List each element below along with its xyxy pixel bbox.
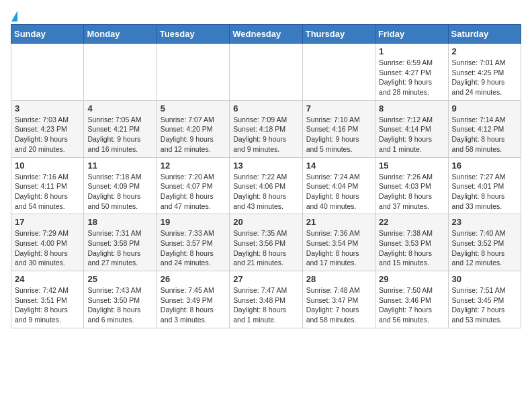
week-row-4: 17Sunrise: 7:29 AMSunset: 4:00 PMDayligh…	[11, 214, 521, 271]
calendar-cell: 10Sunrise: 7:16 AMSunset: 4:11 PMDayligh…	[11, 157, 84, 214]
calendar-cell: 9Sunrise: 7:14 AMSunset: 4:12 PMDaylight…	[448, 100, 521, 157]
week-row-3: 10Sunrise: 7:16 AMSunset: 4:11 PMDayligh…	[11, 157, 521, 214]
day-number: 14	[306, 161, 371, 171]
day-number: 9	[452, 103, 517, 113]
calendar-cell: 17Sunrise: 7:29 AMSunset: 4:00 PMDayligh…	[11, 214, 84, 271]
day-info: Sunrise: 7:12 AMSunset: 4:14 PMDaylight:…	[379, 115, 444, 154]
day-info: Sunrise: 7:16 AMSunset: 4:11 PMDaylight:…	[15, 172, 80, 212]
day-number: 18	[87, 217, 152, 227]
day-info: Sunrise: 7:22 AMSunset: 4:06 PMDaylight:…	[233, 172, 298, 212]
calendar-cell: 5Sunrise: 7:07 AMSunset: 4:20 PMDaylight…	[157, 100, 229, 157]
day-info: Sunrise: 7:40 AMSunset: 3:52 PMDaylight:…	[452, 228, 517, 268]
day-info: Sunrise: 7:45 AMSunset: 3:49 PMDaylight:…	[161, 285, 226, 325]
day-info: Sunrise: 7:20 AMSunset: 4:07 PMDaylight:…	[161, 172, 226, 212]
calendar-cell	[11, 44, 84, 101]
calendar-cell: 22Sunrise: 7:38 AMSunset: 3:53 PMDayligh…	[375, 214, 448, 271]
calendar-cell: 15Sunrise: 7:26 AMSunset: 4:03 PMDayligh…	[375, 157, 448, 214]
day-number: 2	[452, 46, 517, 56]
weekday-header-tuesday: Tuesday	[157, 25, 229, 44]
day-info: Sunrise: 7:05 AMSunset: 4:21 PMDaylight:…	[87, 115, 152, 154]
day-number: 5	[161, 103, 226, 113]
header	[11, 11, 521, 19]
week-row-2: 3Sunrise: 7:03 AMSunset: 4:23 PMDaylight…	[11, 100, 521, 157]
calendar-cell: 8Sunrise: 7:12 AMSunset: 4:14 PMDaylight…	[375, 100, 448, 157]
calendar-cell: 6Sunrise: 7:09 AMSunset: 4:18 PMDaylight…	[230, 100, 302, 157]
weekday-header-sunday: Sunday	[11, 25, 84, 44]
day-number: 22	[379, 217, 444, 227]
day-number: 3	[15, 103, 80, 113]
day-info: Sunrise: 6:59 AMSunset: 4:27 PMDaylight:…	[379, 58, 444, 97]
day-number: 15	[379, 161, 444, 171]
day-number: 21	[306, 217, 371, 227]
day-info: Sunrise: 7:01 AMSunset: 4:25 PMDaylight:…	[452, 58, 517, 97]
week-row-5: 24Sunrise: 7:42 AMSunset: 3:51 PMDayligh…	[11, 271, 521, 328]
day-number: 7	[306, 103, 371, 113]
day-info: Sunrise: 7:07 AMSunset: 4:20 PMDaylight:…	[161, 115, 226, 154]
calendar-cell: 1Sunrise: 6:59 AMSunset: 4:27 PMDaylight…	[375, 44, 448, 101]
week-row-1: 1Sunrise: 6:59 AMSunset: 4:27 PMDaylight…	[11, 44, 521, 101]
calendar-cell: 14Sunrise: 7:24 AMSunset: 4:04 PMDayligh…	[302, 157, 375, 214]
calendar-cell: 29Sunrise: 7:50 AMSunset: 3:46 PMDayligh…	[375, 271, 448, 328]
calendar-cell	[302, 44, 375, 101]
day-info: Sunrise: 7:27 AMSunset: 4:01 PMDaylight:…	[452, 172, 517, 212]
calendar-cell: 3Sunrise: 7:03 AMSunset: 4:23 PMDaylight…	[11, 100, 84, 157]
day-number: 16	[452, 161, 517, 171]
calendar-cell: 2Sunrise: 7:01 AMSunset: 4:25 PMDaylight…	[448, 44, 521, 101]
day-info: Sunrise: 7:36 AMSunset: 3:54 PMDaylight:…	[306, 228, 371, 268]
weekday-header-row: SundayMondayTuesdayWednesdayThursdayFrid…	[11, 25, 521, 44]
calendar-cell: 12Sunrise: 7:20 AMSunset: 4:07 PMDayligh…	[157, 157, 229, 214]
day-number: 17	[15, 217, 80, 227]
calendar-cell: 21Sunrise: 7:36 AMSunset: 3:54 PMDayligh…	[302, 214, 375, 271]
day-number: 26	[161, 274, 226, 284]
day-number: 25	[87, 274, 152, 284]
day-number: 23	[452, 217, 517, 227]
day-number: 11	[87, 161, 152, 171]
calendar-cell	[230, 44, 302, 101]
day-number: 28	[306, 274, 371, 284]
calendar-cell: 19Sunrise: 7:33 AMSunset: 3:57 PMDayligh…	[157, 214, 229, 271]
day-info: Sunrise: 7:38 AMSunset: 3:53 PMDaylight:…	[379, 228, 444, 268]
day-number: 13	[233, 161, 298, 171]
day-number: 4	[87, 103, 152, 113]
day-number: 19	[161, 217, 226, 227]
day-number: 27	[233, 274, 298, 284]
day-info: Sunrise: 7:48 AMSunset: 3:47 PMDaylight:…	[306, 285, 371, 325]
day-number: 24	[15, 274, 80, 284]
weekday-header-friday: Friday	[375, 25, 448, 44]
calendar: SundayMondayTuesdayWednesdayThursdayFrid…	[11, 24, 521, 328]
day-info: Sunrise: 7:35 AMSunset: 3:56 PMDaylight:…	[233, 228, 298, 268]
weekday-header-saturday: Saturday	[448, 25, 521, 44]
day-number: 20	[233, 217, 298, 227]
day-number: 8	[379, 103, 444, 113]
calendar-cell: 4Sunrise: 7:05 AMSunset: 4:21 PMDaylight…	[84, 100, 157, 157]
day-info: Sunrise: 7:18 AMSunset: 4:09 PMDaylight:…	[87, 172, 152, 212]
calendar-cell: 11Sunrise: 7:18 AMSunset: 4:09 PMDayligh…	[84, 157, 157, 214]
day-number: 29	[379, 274, 444, 284]
day-info: Sunrise: 7:47 AMSunset: 3:48 PMDaylight:…	[233, 285, 298, 325]
day-info: Sunrise: 7:42 AMSunset: 3:51 PMDaylight:…	[15, 285, 80, 325]
day-info: Sunrise: 7:31 AMSunset: 3:58 PMDaylight:…	[87, 228, 152, 268]
day-info: Sunrise: 7:50 AMSunset: 3:46 PMDaylight:…	[379, 285, 444, 325]
calendar-cell: 26Sunrise: 7:45 AMSunset: 3:49 PMDayligh…	[157, 271, 229, 328]
weekday-header-monday: Monday	[84, 25, 157, 44]
logo-triangle-icon	[11, 11, 17, 21]
calendar-cell: 13Sunrise: 7:22 AMSunset: 4:06 PMDayligh…	[230, 157, 302, 214]
day-info: Sunrise: 7:43 AMSunset: 3:50 PMDaylight:…	[87, 285, 152, 325]
weekday-header-wednesday: Wednesday	[230, 25, 302, 44]
day-info: Sunrise: 7:03 AMSunset: 4:23 PMDaylight:…	[15, 115, 80, 154]
day-number: 10	[15, 161, 80, 171]
calendar-cell: 30Sunrise: 7:51 AMSunset: 3:45 PMDayligh…	[448, 271, 521, 328]
day-number: 12	[161, 161, 226, 171]
calendar-cell: 24Sunrise: 7:42 AMSunset: 3:51 PMDayligh…	[11, 271, 84, 328]
day-info: Sunrise: 7:09 AMSunset: 4:18 PMDaylight:…	[233, 115, 298, 154]
day-info: Sunrise: 7:51 AMSunset: 3:45 PMDaylight:…	[452, 285, 517, 325]
calendar-cell: 23Sunrise: 7:40 AMSunset: 3:52 PMDayligh…	[448, 214, 521, 271]
day-number: 1	[379, 46, 444, 56]
calendar-cell	[84, 44, 157, 101]
day-info: Sunrise: 7:26 AMSunset: 4:03 PMDaylight:…	[379, 172, 444, 212]
day-info: Sunrise: 7:24 AMSunset: 4:04 PMDaylight:…	[306, 172, 371, 212]
calendar-cell: 7Sunrise: 7:10 AMSunset: 4:16 PMDaylight…	[302, 100, 375, 157]
calendar-cell: 27Sunrise: 7:47 AMSunset: 3:48 PMDayligh…	[230, 271, 302, 328]
day-info: Sunrise: 7:10 AMSunset: 4:16 PMDaylight:…	[306, 115, 371, 154]
calendar-cell: 25Sunrise: 7:43 AMSunset: 3:50 PMDayligh…	[84, 271, 157, 328]
